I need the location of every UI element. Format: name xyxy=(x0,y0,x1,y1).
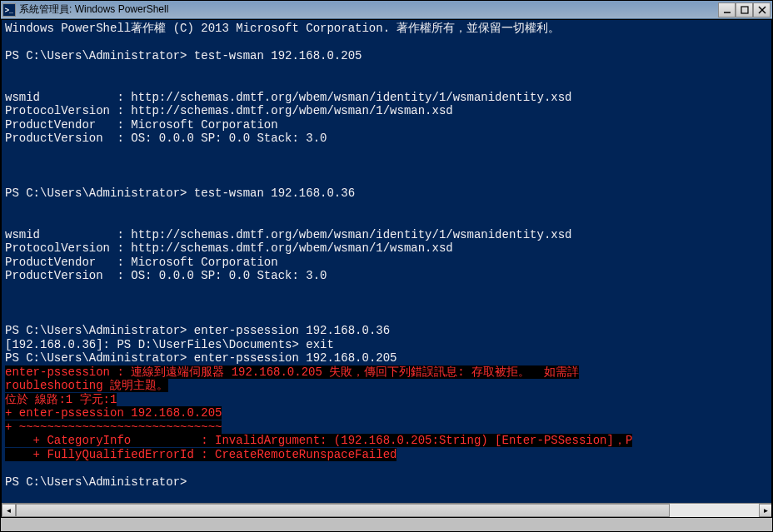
error-line: 位於 線路:1 字元:1 xyxy=(5,393,117,406)
minimize-button[interactable] xyxy=(718,2,736,17)
maximize-button[interactable] xyxy=(736,2,753,17)
prompt: PS C:\Users\Administrator> xyxy=(5,351,187,365)
output-value: http://schemas.dmtf.org/wbem/wsman/ident… xyxy=(131,91,571,104)
error-line: roubleshooting 說明主題。 xyxy=(5,379,168,392)
output-label: ProductVendor xyxy=(5,118,96,132)
command-input: enter-pssession 192.168.0.205 xyxy=(194,351,397,365)
output-label: ProductVersion xyxy=(5,269,103,282)
window-titlebar: >_ 系統管理員: Windows PowerShell xyxy=(1,1,772,19)
prompt: PS C:\Users\Administrator> xyxy=(5,186,187,200)
copyright-line: Windows PowerShell著作權 (C) 2013 Microsoft… xyxy=(5,22,560,35)
command-input: enter-pssession 192.168.0.36 xyxy=(194,324,390,337)
output-label: ProductVersion xyxy=(5,132,103,145)
scroll-right-button[interactable]: ► xyxy=(759,504,772,517)
prompt: PS C:\Users\Administrator> xyxy=(5,49,187,62)
error-line: + enter-pssession 192.168.0.205 xyxy=(5,406,222,420)
nested-prompt: [192.168.0.36]: PS D:\UserFiles\Document… xyxy=(5,338,299,351)
terminal-output[interactable]: Windows PowerShell著作權 (C) 2013 Microsoft… xyxy=(2,20,771,517)
output-value: Microsoft Corporation xyxy=(131,256,277,269)
output-label: ProtocolVersion xyxy=(5,241,110,255)
output-value: Microsoft Corporation xyxy=(131,118,277,132)
command-input: exit xyxy=(306,338,334,351)
output-value: http://schemas.dmtf.org/wbem/wsman/ident… xyxy=(131,228,571,241)
scroll-thumb[interactable] xyxy=(16,504,670,517)
close-button[interactable] xyxy=(753,2,771,17)
horizontal-scrollbar[interactable]: ◄ ► xyxy=(2,503,772,517)
scroll-left-button[interactable]: ◄ xyxy=(2,504,16,517)
output-label: ProtocolVersion xyxy=(5,104,110,117)
error-line: + FullyQualifiedErrorId : CreateRemoteRu… xyxy=(5,448,396,461)
output-label: wsmid xyxy=(5,91,40,104)
error-line: + ~~~~~~~~~~~~~~~~~~~~~~~~~~~~~ xyxy=(5,420,222,434)
powershell-icon: >_ xyxy=(2,3,16,17)
window-title: 系統管理員: Windows PowerShell xyxy=(19,2,718,17)
terminal-viewport[interactable]: Windows PowerShell著作權 (C) 2013 Microsoft… xyxy=(1,19,772,518)
command-input: test-wsman 192.168.0.36 xyxy=(194,186,355,200)
output-label: wsmid xyxy=(5,228,40,241)
scroll-track[interactable] xyxy=(16,504,759,517)
output-value: OS: 0.0.0 SP: 0.0 Stack: 3.0 xyxy=(131,269,327,282)
output-label: ProductVendor xyxy=(5,256,96,269)
output-value: http://schemas.dmtf.org/wbem/wsman/1/wsm… xyxy=(131,104,452,117)
command-input: test-wsman 192.168.0.205 xyxy=(194,49,362,62)
prompt: PS C:\Users\Administrator> xyxy=(5,475,187,489)
prompt: PS C:\Users\Administrator> xyxy=(5,324,187,337)
error-line: + CategoryInfo : InvalidArgument: (192.1… xyxy=(5,434,632,447)
error-line: enter-pssession : 連線到遠端伺服器 192.168.0.205… xyxy=(5,365,579,379)
output-value: http://schemas.dmtf.org/wbem/wsman/1/wsm… xyxy=(131,241,452,255)
output-value: OS: 0.0.0 SP: 0.0 Stack: 3.0 xyxy=(131,132,327,145)
svg-rect-1 xyxy=(741,7,748,13)
